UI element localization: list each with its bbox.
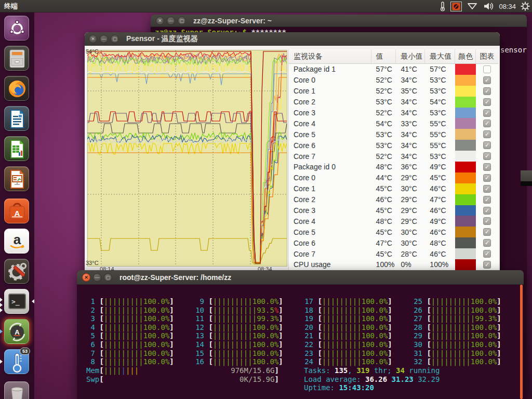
minimize-button[interactable]: — <box>167 17 175 25</box>
psensor-dock-button[interactable]: 53 <box>4 349 29 374</box>
maximize-button[interactable]: ▢ <box>178 17 186 25</box>
chart-checkbox[interactable]: ✓ <box>483 239 491 247</box>
sensor-table-header: 监视设备 值 最小值 最大值 颜色 图表 <box>289 49 498 64</box>
ubuntu-dash-button[interactable] <box>4 16 29 41</box>
chart-checkbox[interactable]: ✓ <box>483 228 491 236</box>
sensor-row[interactable]: Package id 157°C41°C57°C <box>289 64 498 75</box>
sensor-row[interactable]: Core 752°C34°C53°C✓ <box>289 151 498 162</box>
chart-checkbox[interactable]: ✓ <box>483 207 491 215</box>
chart-checkbox[interactable]: ✓ <box>483 250 491 258</box>
chart-checkbox[interactable]: ✓ <box>483 261 491 269</box>
close-button[interactable]: ✕ <box>82 273 90 282</box>
software-updater-button[interactable]: A <box>4 319 29 344</box>
sensor-color-swatch[interactable] <box>455 118 476 129</box>
sensor-row[interactable]: Core 545°C30°C46°C✓ <box>289 227 498 237</box>
terminal-button[interactable]: >_ <box>4 289 29 314</box>
sensor-row[interactable]: Core 745°C28°C46°C✓ <box>289 248 498 259</box>
ubuntu-software-button[interactable]: A <box>4 198 29 223</box>
maximize-button[interactable]: ▢ <box>104 273 112 282</box>
sensor-min: 34°C <box>396 130 425 139</box>
chart-checkbox[interactable]: ✓ <box>483 185 491 193</box>
sensor-row[interactable]: Core 044°C29°C45°C✓ <box>289 172 498 183</box>
sensor-color-swatch[interactable] <box>455 248 476 259</box>
sensor-row[interactable]: Core 653°C34°C55°C✓ <box>289 140 498 151</box>
system-settings-button[interactable] <box>4 259 29 284</box>
active-app-label[interactable]: 终端 <box>4 2 18 11</box>
column-header-color[interactable]: 颜色 <box>455 49 476 63</box>
sensor-value: 52°C <box>371 109 396 117</box>
htop-titlebar[interactable]: ✕ — ▢ root@zz-Super-Server: /home/zz <box>77 270 524 285</box>
sensor-color-swatch[interactable] <box>455 75 476 86</box>
chart-checkbox[interactable]: ✓ <box>483 196 491 204</box>
thermometer-indicator-icon[interactable] <box>440 1 446 11</box>
chart-checkbox[interactable]: ✓ <box>483 119 491 127</box>
sensor-color-swatch[interactable] <box>455 259 476 270</box>
column-header-max[interactable]: 最大值 <box>425 49 455 63</box>
network-indicator-icon[interactable] <box>467 2 478 10</box>
sensor-color-swatch[interactable] <box>455 227 476 237</box>
sensor-row[interactable]: Core 647°C30°C48°C✓ <box>289 237 498 248</box>
column-header-min[interactable]: 最小值 <box>396 49 425 63</box>
sensor-row[interactable]: Core 152°C35°C53°C✓ <box>289 86 498 97</box>
chart-checkbox[interactable]: ✓ <box>483 130 491 138</box>
column-header-value[interactable]: 值 <box>371 49 396 63</box>
chart-checkbox[interactable]: ✓ <box>483 174 491 182</box>
sensor-color-swatch[interactable] <box>455 162 476 172</box>
amazon-button[interactable]: a <box>4 229 29 254</box>
libreoffice-impress-button[interactable] <box>4 166 29 191</box>
minimize-button[interactable]: — <box>93 273 101 282</box>
sensor-color-swatch[interactable] <box>455 183 476 194</box>
psensor-alarm-indicator-icon[interactable] <box>450 2 462 11</box>
clock[interactable]: 08:34 <box>499 3 516 10</box>
libreoffice-writer-button[interactable] <box>4 106 29 131</box>
background-terminal-titlebar[interactable]: ✕ — ▢ zz@zz-Super-Server: ~ <box>151 15 527 27</box>
sensor-row[interactable]: CPU usage100%0%100%✓ <box>289 259 498 270</box>
chart-checkbox[interactable]: ✓ <box>483 109 491 117</box>
sensor-color-swatch[interactable] <box>455 194 476 205</box>
sensor-color-swatch[interactable] <box>455 140 476 151</box>
chart-checkbox[interactable]: ✓ <box>483 141 491 149</box>
sensor-color-swatch[interactable] <box>455 97 476 108</box>
session-gear-icon[interactable] <box>521 2 530 11</box>
files-button[interactable] <box>4 46 29 71</box>
firefox-button[interactable] <box>4 76 29 101</box>
chart-checkbox[interactable]: ✓ <box>483 217 491 225</box>
column-header-device[interactable]: 监视设备 <box>289 49 371 63</box>
chart-checkbox[interactable]: ✓ <box>483 152 491 160</box>
libreoffice-calc-button[interactable] <box>4 136 29 161</box>
sensor-row[interactable]: Core 345°C29°C46°C✓ <box>289 205 498 216</box>
maximize-button[interactable]: ▢ <box>111 35 119 43</box>
sensor-row[interactable]: Core 454°C33°C55°C✓ <box>289 118 498 129</box>
sensor-row[interactable]: Core 448°C29°C49°C✓ <box>289 216 498 227</box>
volume-indicator-icon[interactable] <box>483 2 494 11</box>
sensor-color-swatch[interactable] <box>455 216 476 227</box>
terminal-scrollbar[interactable] <box>520 285 523 399</box>
psensor-running-pip <box>0 360 3 364</box>
sensor-color-swatch[interactable] <box>455 172 476 183</box>
column-header-chart[interactable]: 图表 <box>476 49 498 63</box>
minimize-button[interactable]: — <box>100 35 108 43</box>
close-button[interactable]: ✕ <box>156 17 164 25</box>
sensor-color-swatch[interactable] <box>455 86 476 97</box>
sensor-row[interactable]: Core 553°C34°C55°C✓ <box>289 129 498 140</box>
sensor-row[interactable]: Core 253°C34°C54°C✓ <box>289 97 498 108</box>
psensor-titlebar[interactable]: ✕ — ▢ Psensor - 温度监视器 <box>85 32 500 46</box>
sensor-row[interactable]: Core 246°C29°C47°C✓ <box>289 194 498 205</box>
chart-checkbox[interactable]: ✓ <box>483 163 491 171</box>
sensor-row[interactable]: Core 352°C34°C53°C✓ <box>289 108 498 118</box>
sensor-row[interactable]: Package id 048°C36°C49°C✓ <box>289 162 498 172</box>
chart-checkbox[interactable]: ✓ <box>483 87 491 95</box>
sensor-row[interactable]: Core 145°C30°C46°C✓ <box>289 183 498 194</box>
sensor-color-swatch[interactable] <box>455 237 476 248</box>
sensor-color-swatch[interactable] <box>455 151 476 162</box>
chart-checkbox[interactable] <box>483 65 491 73</box>
sensor-color-swatch[interactable] <box>455 129 476 140</box>
sensor-color-swatch[interactable] <box>455 64 476 75</box>
close-button[interactable]: ✕ <box>89 35 97 43</box>
sensor-row[interactable]: Core 052°C34°C53°C✓ <box>289 75 498 86</box>
sensor-color-swatch[interactable] <box>455 108 476 118</box>
chart-checkbox[interactable]: ✓ <box>483 76 491 84</box>
sensor-color-swatch[interactable] <box>455 205 476 216</box>
trash-button[interactable] <box>4 381 29 399</box>
chart-checkbox[interactable]: ✓ <box>483 98 491 106</box>
